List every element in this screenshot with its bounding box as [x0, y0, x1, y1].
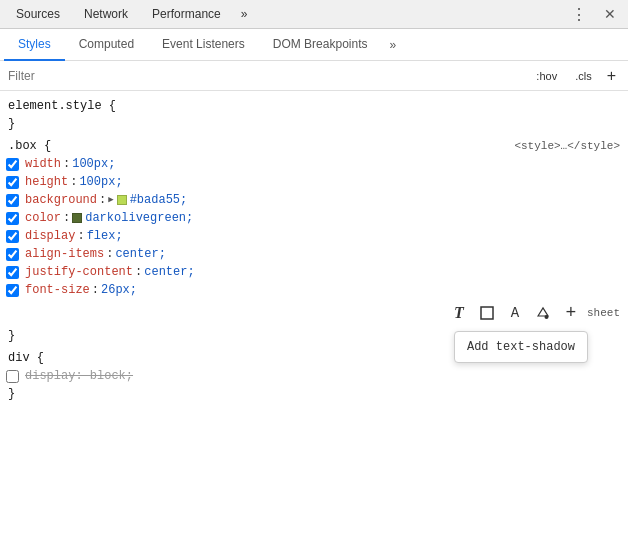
- nav-item-network[interactable]: Network: [72, 0, 140, 29]
- tab-dom-breakpoints[interactable]: DOM Breakpoints: [259, 29, 382, 61]
- box-width-line: width : 100px;: [0, 155, 628, 173]
- box-background-line: background : ▶ #bada55;: [0, 191, 628, 209]
- tab-computed[interactable]: Computed: [65, 29, 148, 61]
- box-background-prop[interactable]: background: [25, 191, 97, 209]
- background-color-swatch[interactable]: [117, 195, 127, 205]
- filter-input[interactable]: [8, 69, 529, 83]
- box-height-value[interactable]: 100px;: [79, 173, 122, 191]
- box-color-line: color : darkolivegreen;: [0, 209, 628, 227]
- background-color-arrow[interactable]: ▶: [108, 191, 113, 209]
- box-background-swatch-container: ▶ #bada55;: [108, 191, 187, 209]
- tab-event-listeners[interactable]: Event Listeners: [148, 29, 259, 61]
- box-justify-value[interactable]: center;: [144, 263, 194, 281]
- add-style-button[interactable]: +: [603, 67, 620, 85]
- nav-item-sources[interactable]: Sources: [4, 0, 72, 29]
- panel-tabs: Styles Computed Event Listeners DOM Brea…: [0, 29, 628, 61]
- box-display-value[interactable]: flex;: [87, 227, 123, 245]
- box-justify-line: justify-content : center;: [0, 263, 628, 281]
- box-color-prop[interactable]: color: [25, 209, 61, 227]
- box-rule-header: .box { <style>…</style>: [0, 137, 628, 155]
- svg-point-1: [544, 315, 548, 319]
- box-align-prop[interactable]: align-items: [25, 245, 104, 263]
- box-fontsize-checkbox[interactable]: [6, 284, 19, 297]
- element-style-selector: element.style {: [0, 97, 628, 115]
- box-width-checkbox[interactable]: [6, 158, 19, 171]
- box-color-checkbox[interactable]: [6, 212, 19, 225]
- svg-rect-0: [481, 307, 493, 319]
- box-height-prop[interactable]: height: [25, 173, 68, 191]
- hov-filter-button[interactable]: :hov: [529, 67, 564, 85]
- nav-item-performance[interactable]: Performance: [140, 0, 233, 29]
- sheet-label: sheet: [587, 304, 620, 322]
- box-display-line: display : flex;: [0, 227, 628, 245]
- box-display-prop[interactable]: display: [25, 227, 75, 245]
- text-color-icon[interactable]: A: [503, 301, 527, 325]
- box-color-value[interactable]: darkolivegreen;: [85, 209, 193, 227]
- box-width-prop[interactable]: width: [25, 155, 61, 173]
- box-display-checkbox[interactable]: [6, 230, 19, 243]
- box-color-swatch-container: darkolivegreen;: [72, 209, 193, 227]
- tabs-more-button[interactable]: »: [381, 32, 404, 58]
- box-background-value[interactable]: #bada55;: [130, 191, 188, 209]
- color-swatch[interactable]: [72, 213, 82, 223]
- add-property-icon[interactable]: +: [559, 301, 583, 325]
- box-fontsize-prop[interactable]: font-size: [25, 281, 90, 299]
- cls-filter-button[interactable]: .cls: [568, 67, 599, 85]
- css-panel: element.style { } .box { <style>…</style…: [0, 91, 628, 409]
- div-display-strikethrough[interactable]: display: block;: [25, 367, 133, 385]
- box-width-value[interactable]: 100px;: [72, 155, 115, 173]
- box-justify-checkbox[interactable]: [6, 266, 19, 279]
- box-justify-prop[interactable]: justify-content: [25, 263, 133, 281]
- nav-dots-button[interactable]: ⋮: [563, 1, 596, 28]
- text-icon[interactable]: T: [447, 301, 471, 325]
- box-height-line: height : 100px;: [0, 173, 628, 191]
- box-align-line: align-items : center;: [0, 245, 628, 263]
- box-selector: .box {: [8, 137, 51, 155]
- fill-icon[interactable]: [531, 301, 555, 325]
- element-style-close: }: [0, 115, 628, 133]
- nav-more-button[interactable]: »: [233, 3, 256, 25]
- css-toolbar: T A + Add text-shadow sheet: [0, 299, 628, 327]
- tab-styles[interactable]: Styles: [4, 29, 65, 61]
- top-nav: Sources Network Performance » ⋮ ✕: [0, 0, 628, 29]
- box-fontsize-line: font-size : 26px;: [0, 281, 628, 299]
- element-style-rule: element.style { }: [0, 95, 628, 135]
- box-align-checkbox[interactable]: [6, 248, 19, 261]
- nav-close-button[interactable]: ✕: [596, 2, 624, 26]
- box-rule: .box { <style>…</style> width : 100px; h…: [0, 135, 628, 347]
- box-rule-origin[interactable]: <style>…</style>: [514, 137, 620, 155]
- box-icon[interactable]: [475, 301, 499, 325]
- div-display-line: display: block;: [0, 367, 628, 385]
- box-fontsize-value[interactable]: 26px;: [101, 281, 137, 299]
- filter-bar: :hov .cls +: [0, 61, 628, 91]
- box-height-checkbox[interactable]: [6, 176, 19, 189]
- div-display-checkbox[interactable]: [6, 370, 19, 383]
- box-align-value[interactable]: center;: [115, 245, 165, 263]
- add-text-shadow-tooltip: Add text-shadow: [454, 331, 588, 363]
- div-rule-close: }: [0, 385, 628, 403]
- box-background-checkbox[interactable]: [6, 194, 19, 207]
